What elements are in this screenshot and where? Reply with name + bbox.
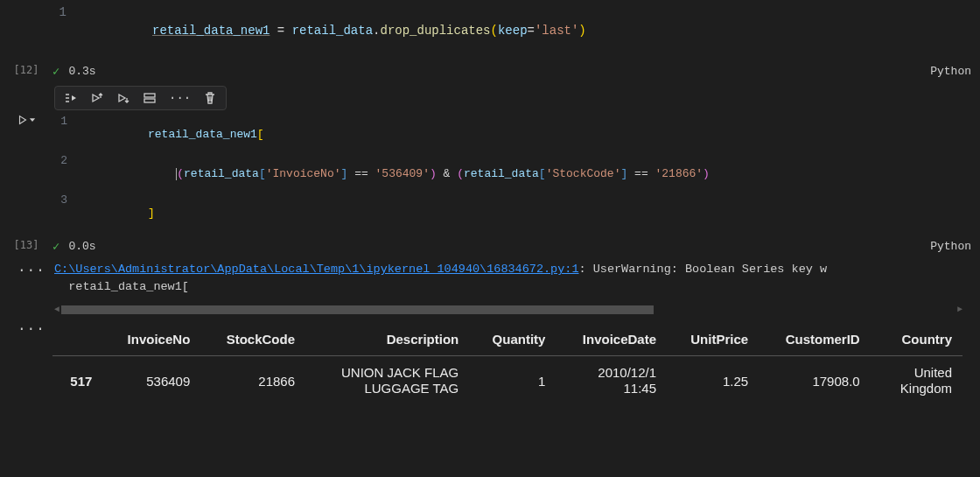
code-token: [ — [257, 128, 264, 141]
exec-count: [12] — [14, 64, 39, 76]
code-token: = — [528, 24, 535, 38]
cell-value: UNION JACK FLAG LUGGAGE TAG — [305, 355, 469, 406]
exec-count-gutter: [13] — [0, 235, 52, 259]
code-token: ( — [177, 167, 184, 180]
code-token: 'last' — [535, 24, 578, 38]
cell-gutter — [0, 0, 52, 60]
cell-value: 21866 — [200, 355, 305, 406]
execute-above-icon[interactable] — [90, 91, 104, 105]
cell-gutter — [0, 84, 52, 235]
code-token: ) — [703, 167, 710, 180]
col-header: Quantity — [469, 323, 556, 356]
exec-count-gutter: [12] — [0, 60, 52, 84]
col-header: Country — [871, 323, 962, 356]
warning-text: : UserWarning: Boolean Series key w — [579, 263, 828, 276]
svg-marker-0 — [19, 116, 25, 124]
cell-value: 17908.0 — [759, 355, 871, 406]
run-by-line-icon[interactable] — [64, 91, 78, 105]
code-token: 'InvoiceNo' — [266, 167, 341, 180]
code-token: '536409' — [375, 167, 430, 180]
code-token: retail_data — [184, 167, 259, 180]
code-token: [ — [259, 167, 266, 180]
code-token: == — [627, 167, 654, 180]
line-number: 3 — [53, 193, 80, 233]
cell-13-output-dataframe: ··· InvoiceNo StockCode Description Quan… — [0, 318, 980, 407]
code-token: retail_data — [292, 24, 373, 38]
run-cell-button[interactable] — [17, 114, 37, 126]
code-editor[interactable]: 1 retail_data_new1 = retail_data.drop_du… — [52, 0, 980, 60]
line-number: 1 — [52, 4, 79, 59]
col-header: InvoiceNo — [102, 323, 200, 356]
line-number: 2 — [53, 154, 80, 193]
delete-cell-icon[interactable] — [203, 91, 217, 105]
cell-13-output-warning: ··· C:\Users\Administrator\AppData\Local… — [0, 259, 980, 318]
col-header: UnitPrice — [667, 323, 759, 356]
language-label[interactable]: Python — [930, 240, 971, 253]
cell-value: 2010/12/1 11:45 — [556, 355, 667, 406]
code-token: ) — [430, 167, 437, 180]
code-token: ) — [578, 24, 585, 38]
code-token: = — [270, 24, 291, 38]
svg-marker-1 — [72, 95, 76, 101]
table-row: 517 536409 21866 UNION JACK FLAG LUGGAGE… — [52, 355, 962, 406]
warning-file-link[interactable]: C:\Users\Administrator\AppData\Local\Tem… — [54, 263, 579, 276]
execute-below-icon[interactable] — [116, 91, 130, 105]
col-header: Description — [305, 323, 469, 356]
code-token: == — [347, 167, 374, 180]
cell-value: 536409 — [102, 355, 200, 406]
cell-13-toolbar-row: ··· 1 retail_data_new1[ 2 (retail_data['… — [0, 84, 980, 235]
language-label[interactable]: Python — [930, 65, 971, 78]
scroll-left-icon[interactable]: ◄ — [52, 305, 61, 314]
code-token: ( — [457, 167, 464, 180]
output-collapse-icon[interactable]: ··· — [0, 318, 52, 407]
code-token: ] — [148, 207, 155, 220]
cell-toolbar: ··· — [54, 86, 227, 110]
index-header — [52, 323, 102, 356]
col-header: StockCode — [200, 323, 305, 356]
col-header: CustomerID — [759, 323, 871, 356]
output-h-scrollbar[interactable]: ◄ ► — [52, 305, 964, 314]
warning-text: retail_data_new1[ — [52, 278, 980, 296]
table-header-row: InvoiceNo StockCode Description Quantity… — [52, 323, 962, 356]
svg-rect-5 — [144, 99, 155, 102]
success-check-icon: ✓ — [52, 64, 60, 79]
row-index: 517 — [52, 355, 102, 406]
code-token: & — [437, 167, 457, 180]
more-actions-icon[interactable]: ··· — [169, 91, 191, 105]
cell-value: 1.25 — [667, 355, 759, 406]
cell-value: 1 — [469, 355, 556, 406]
exec-count: [13] — [14, 239, 39, 251]
line-number: 1 — [53, 115, 80, 154]
code-token: drop_duplicates — [380, 24, 490, 38]
code-token: [ — [539, 167, 546, 180]
success-check-icon: ✓ — [52, 239, 60, 254]
exec-time: 0.0s — [68, 240, 95, 253]
cell-12: 1 retail_data_new1 = retail_data.drop_du… — [0, 0, 980, 60]
code-token: retail_data_new1 — [148, 128, 257, 141]
scroll-right-icon[interactable]: ► — [956, 305, 964, 314]
split-cell-icon[interactable] — [143, 91, 157, 105]
code-token: keep — [498, 24, 528, 38]
code-token — [148, 167, 175, 180]
code-token: retail_data_new1 — [152, 24, 270, 38]
code-token: 'StockCode' — [546, 167, 621, 180]
exec-time: 0.3s — [68, 65, 95, 78]
output-text: C:\Users\Administrator\AppData\Local\Tem… — [52, 259, 980, 302]
svg-marker-2 — [93, 95, 99, 102]
svg-marker-3 — [119, 95, 125, 102]
code-token: ( — [491, 24, 498, 38]
col-header: InvoiceDate — [556, 323, 667, 356]
cell-12-status: [12] ✓ 0.3s Python — [0, 60, 980, 84]
scroll-thumb[interactable] — [61, 305, 654, 314]
cell-13-status: [13] ✓ 0.0s Python — [0, 235, 980, 259]
code-token: retail_data — [464, 167, 539, 180]
code-editor[interactable]: 1 retail_data_new1[ 2 (retail_data['Invo… — [52, 112, 980, 235]
cell-value: United Kingdom — [871, 355, 962, 406]
dataframe-table: InvoiceNo StockCode Description Quantity… — [52, 323, 962, 407]
svg-rect-4 — [144, 94, 155, 97]
output-collapse-icon[interactable]: ··· — [0, 259, 52, 318]
code-token: '21866' — [655, 167, 704, 180]
